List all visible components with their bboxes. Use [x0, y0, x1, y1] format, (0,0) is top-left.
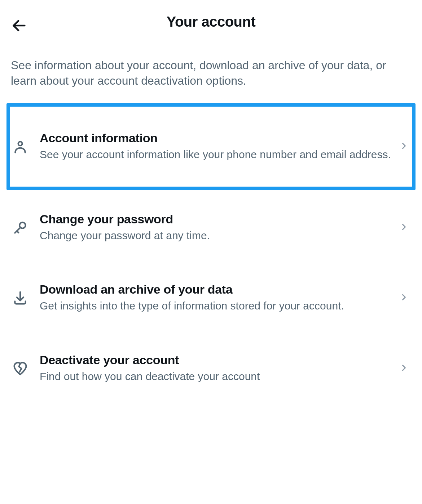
- person-icon: [12, 139, 40, 155]
- page-title: Your account: [11, 14, 411, 30]
- item-subtitle: Change your password at any time.: [40, 228, 392, 243]
- svg-point-1: [18, 142, 22, 146]
- chevron-right-icon: [399, 222, 409, 233]
- list-item-download-archive[interactable]: Download an archive of your data Get ins…: [6, 263, 416, 333]
- item-title: Deactivate your account: [40, 353, 392, 367]
- heart-broken-icon: [12, 361, 40, 376]
- chevron-right-icon: [399, 292, 409, 304]
- settings-list: Account information See your account inf…: [0, 103, 422, 403]
- item-title: Account information: [40, 131, 392, 145]
- arrow-left-icon: [11, 17, 27, 34]
- chevron-right-icon: [399, 141, 409, 152]
- item-subtitle: Find out how you can deactivate your acc…: [40, 369, 392, 384]
- chevron-right-icon: [399, 363, 409, 374]
- list-item-change-password[interactable]: Change your password Change your passwor…: [6, 192, 416, 263]
- download-icon: [12, 290, 40, 306]
- key-icon: [12, 220, 40, 236]
- list-item-deactivate-account[interactable]: Deactivate your account Find out how you…: [6, 333, 416, 404]
- item-subtitle: Get insights into the type of informatio…: [40, 299, 392, 313]
- item-title: Download an archive of your data: [40, 282, 392, 296]
- svg-line-4: [17, 231, 19, 233]
- page-description: See information about your account, down…: [0, 40, 422, 103]
- list-item-account-information[interactable]: Account information See your account inf…: [6, 103, 416, 190]
- item-title: Change your password: [40, 212, 392, 226]
- item-subtitle: See your account information like your p…: [40, 147, 392, 162]
- back-button[interactable]: [11, 17, 27, 35]
